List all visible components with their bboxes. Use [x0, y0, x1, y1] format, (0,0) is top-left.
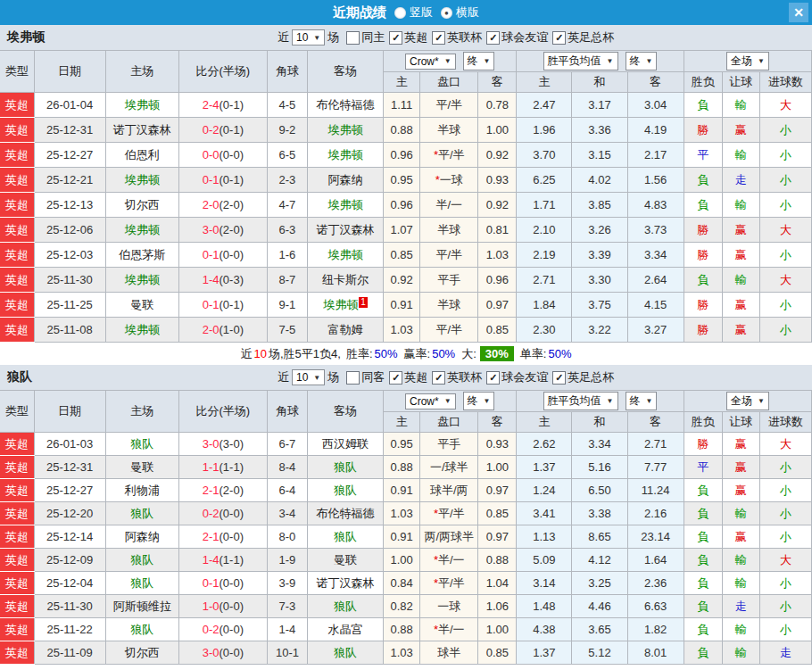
league-cell: 英超 [0, 456, 34, 479]
result-handicap-cell: 輸 [722, 268, 759, 293]
checkbox-icon[interactable]: ✓ [432, 31, 445, 45]
league-cell: 英超 [0, 502, 34, 525]
avg-draw-cell: 3.38 [572, 502, 627, 525]
league-cell: 英超 [0, 433, 34, 456]
away-odds-cell: 0.85 [478, 641, 517, 665]
away-odds-cell: 0.81 [478, 218, 517, 243]
filter-checkbox[interactable]: ✓球会友谊 [482, 369, 548, 385]
result-header-group: 全场▼ [684, 391, 811, 412]
corner-cell: 7-3 [267, 595, 307, 618]
handicap-cell: 半球 [420, 218, 478, 243]
filter-checkbox[interactable]: ✓英足总杯 [548, 369, 614, 385]
date-cell: 25-12-21 [34, 168, 105, 193]
bookmaker-select[interactable]: Crow*▼ [405, 393, 456, 409]
sub-wdl-header: 胜负 [684, 72, 722, 93]
sub-away-odds-header: 客 [478, 72, 517, 93]
avg-home-cell: 2.62 [517, 433, 572, 456]
radio-icon[interactable]: ● [441, 7, 452, 19]
result-goals-cell: 小 [759, 618, 811, 641]
league-cell: 英超 [0, 243, 34, 268]
avg-away-cell: 8.01 [627, 641, 684, 665]
match-count-select[interactable]: 10 ▼ [292, 29, 325, 45]
title-bar: 近期战绩 竖版 ● 横版 ✕ [0, 0, 812, 25]
score-cell: 0-2(0-1) [178, 118, 267, 143]
avg-away-cell: 2.17 [627, 143, 684, 168]
filter-checkbox[interactable]: ✓球会友谊 [482, 29, 548, 45]
filter-checkbox[interactable]: 同主 [342, 29, 385, 45]
filter-checkbox[interactable]: ✓英足总杯 [548, 29, 614, 45]
avg-draw-cell: 3.34 [572, 433, 627, 456]
league-cell: 英超 [0, 525, 34, 549]
chevron-down-icon: ▼ [758, 57, 765, 65]
league-cell: 英超 [0, 641, 34, 665]
date-cell: 25-12-06 [34, 218, 105, 243]
handicap-cell: *平/半 [420, 143, 478, 168]
final-avg-select[interactable]: 终▼ [626, 392, 658, 410]
radio-icon[interactable] [394, 7, 406, 19]
final-odds-select[interactable]: 终▼ [463, 392, 495, 410]
avg-away-cell: 6.63 [627, 595, 684, 618]
away-team-cell: 富勒姆 [307, 318, 383, 343]
away-odds-cell: 1.03 [478, 243, 517, 268]
full-match-select[interactable]: 全场▼ [726, 52, 769, 70]
checkbox-icon[interactable]: ✓ [486, 31, 500, 45]
corner-cell: 8-7 [267, 268, 307, 293]
avg-away-cell: 3.73 [627, 218, 684, 243]
away-odds-cell: 1.00 [478, 618, 517, 641]
layout-radio-vertical[interactable]: 竖版 [386, 4, 433, 21]
everton-summary-line: 近10场,胜5平1负4, 胜率:50% 赢率:50% 大:30% 单率:50% [0, 343, 812, 365]
checkbox-icon[interactable]: ✓ [432, 371, 445, 385]
avg-away-cell: 2.16 [627, 502, 684, 525]
checkbox-icon[interactable]: ✓ [486, 371, 500, 385]
result-wdl-cell: 負 [684, 572, 722, 595]
layout-radio-horizontal[interactable]: ● 横版 [433, 4, 479, 21]
bookmaker-select[interactable]: Crow*▼ [405, 54, 456, 70]
close-icon: ✕ [793, 5, 804, 20]
filter-checkbox[interactable]: ✓英联杯 [427, 29, 482, 45]
checkbox-icon[interactable]: ✓ [389, 371, 402, 385]
home-odds-cell: 0.91 [384, 525, 420, 549]
away-odds-cell: 0.78 [478, 93, 517, 118]
full-match-select[interactable]: 全场▼ [726, 392, 769, 410]
checkbox-icon[interactable]: ✓ [389, 31, 402, 45]
result-goals-cell: 小 [759, 293, 811, 318]
avg-odds-select[interactable]: 胜平负均值▼ [543, 52, 618, 70]
result-goals-cell: 小 [759, 118, 811, 143]
avg-draw-cell: 3.36 [572, 118, 627, 143]
avg-home-cell: 1.84 [517, 293, 572, 318]
result-goals-cell: 小 [759, 595, 811, 618]
checkbox-icon[interactable]: ✓ [552, 31, 566, 45]
match-count-select[interactable]: 10 ▼ [292, 369, 325, 385]
result-handicap-cell: 輸 [722, 572, 759, 595]
result-handicap-cell: 輸 [722, 549, 759, 572]
result-header-group: 全场▼ [684, 51, 811, 72]
filter-checkbox[interactable]: ✓英超 [385, 369, 427, 385]
final-avg-select[interactable]: 终▼ [626, 52, 658, 70]
avg-draw-cell: 5.16 [572, 456, 627, 479]
final-odds-select[interactable]: 终▼ [463, 52, 495, 70]
corner-cell: 1-9 [267, 549, 307, 572]
handicap-cell: 球半 [420, 641, 478, 665]
avg-draw-cell: 3.30 [572, 268, 627, 293]
avg-away-cell: 1.82 [627, 618, 684, 641]
avg-draw-cell: 3.39 [572, 243, 627, 268]
bookmaker-header-group: Crow*▼ 终▼ [384, 51, 517, 72]
avg-home-cell: 6.25 [517, 168, 572, 193]
checkbox-icon[interactable] [346, 371, 360, 385]
col-type-header: 类型 [0, 391, 34, 433]
radio-label: 横版 [456, 4, 479, 21]
filter-checkbox[interactable]: ✓英超 [385, 29, 427, 45]
chevron-down-icon: ▼ [444, 57, 452, 65]
league-cell: 英超 [0, 268, 34, 293]
filter-checkbox[interactable]: 同客 [342, 369, 385, 385]
filter-checkbox[interactable]: ✓英联杯 [427, 369, 482, 385]
avg-odds-select[interactable]: 胜平负均值▼ [543, 392, 618, 410]
checkbox-icon[interactable]: ✓ [552, 371, 566, 385]
away-team-cell: 西汉姆联 [307, 433, 383, 456]
result-wdl-cell: 負 [684, 168, 722, 193]
date-cell: 25-12-31 [34, 118, 105, 143]
team-name: 埃弗顿 [7, 29, 275, 45]
close-button[interactable]: ✕ [789, 3, 808, 22]
chevron-down-icon: ▼ [313, 34, 320, 42]
checkbox-icon[interactable] [346, 31, 360, 45]
